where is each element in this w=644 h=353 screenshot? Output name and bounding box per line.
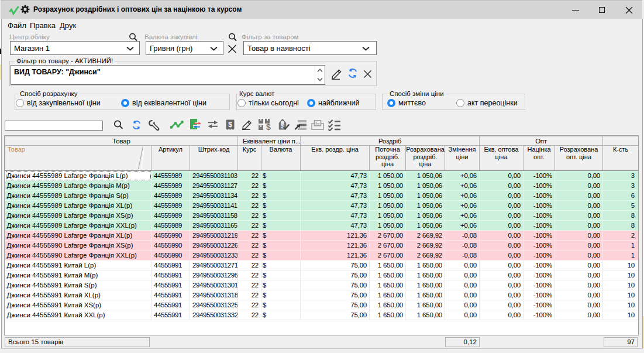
svg-text:$: $ — [228, 121, 232, 129]
svg-text:$: $ — [266, 122, 271, 131]
